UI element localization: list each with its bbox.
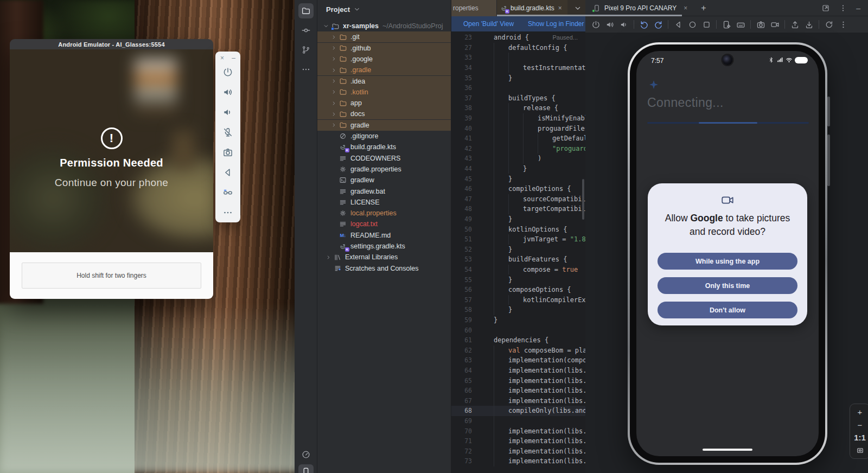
code-line-49[interactable]: 49} [451,214,585,225]
device-rotate-left-button[interactable] [637,20,651,29]
tree-row--git[interactable]: .git [317,31,451,42]
emulator-power-button[interactable] [222,62,233,82]
device-home-button[interactable] [685,20,699,29]
tree-row-gradlew[interactable]: gradlew [317,175,451,186]
emulator-title-bar[interactable]: Android Emulator - AI_Glasses:5554 [10,39,213,49]
device-volume-down-button[interactable] [617,20,631,29]
tree-row--gitignore[interactable]: .gitignore [317,131,451,142]
project-panel-header[interactable]: Project [317,0,451,18]
code-line-64[interactable]: 64implementation(libs.andro [451,366,585,376]
chevron-right-icon[interactable] [329,78,338,84]
tree-row-gradle[interactable]: gradle [317,120,451,131]
code-line-61[interactable]: 61dependencies { [451,335,585,346]
tool-strip-speedometer-button[interactable] [298,447,314,462]
code-line-53[interactable]: 53buildFeatures { [451,254,585,265]
code-line-46[interactable]: 46compileOptions { [451,184,585,194]
open-build-view-link[interactable]: Open 'Build' View [463,20,514,28]
device-kebab-button[interactable] [836,20,850,29]
emulator-more-h-button[interactable] [222,202,233,222]
tree-row-readme-md[interactable]: M↓README.md [317,230,451,241]
tree-row-scratches-and-consoles[interactable]: Scratches and Consoles [317,263,451,274]
chevron-down-icon[interactable] [322,23,330,29]
close-icon[interactable]: × [558,4,562,12]
code-area[interactable]: 23android {Paused...27defaultConfig {333… [451,33,585,473]
chevron-right-icon[interactable] [329,56,338,62]
minimize-icon[interactable]: – [232,54,235,62]
code-line-51[interactable]: 51jvmTarget = "1.8" [451,234,585,245]
device-upload-button[interactable] [788,20,802,29]
device-keyboard-button[interactable] [733,20,748,29]
tool-strip-project-button[interactable] [298,3,314,18]
emulator-camera-button[interactable] [222,142,233,162]
chevron-right-icon[interactable] [329,122,338,128]
device-phone-gear-button[interactable] [719,20,733,29]
code-line-38[interactable]: 38release { [451,103,585,113]
tree-row--idea[interactable]: .idea [317,76,451,87]
code-line-36[interactable]: 36 [451,83,585,93]
code-line-59[interactable]: 59} [451,315,585,325]
chevron-right-icon[interactable] [329,34,338,40]
code-line-70[interactable]: 70implementation(libs.mater [451,426,585,436]
chevron-right-icon[interactable] [329,89,338,95]
code-line-23[interactable]: 23android {Paused... [451,33,585,43]
tool-strip-more-h-button[interactable] [298,62,314,77]
emulator-glasses-button[interactable] [222,182,233,202]
tree-row--kotlin[interactable]: .kotlin [317,87,451,98]
add-device-tab-icon[interactable]: + [701,3,706,13]
editor-tab-properties[interactable]: roperties [451,0,497,16]
chevron-right-icon[interactable] [329,100,338,106]
tool-strip-commit-button[interactable] [298,23,314,38]
code-line-34[interactable]: 34testInstrumentationRunner [451,63,585,73]
chevron-right-icon[interactable] [329,45,338,51]
open-in-new-window-icon[interactable] [821,4,830,12]
code-line-66[interactable]: 66implementation(libs.andro [451,386,585,396]
tree-row-build-gradle-kts[interactable]: Kbuild.gradle.kts [317,142,451,152]
tree-row-docs[interactable]: docs [317,108,451,119]
code-line-62[interactable]: 62val composeBom = platform [451,346,585,356]
code-line-57[interactable]: 57kotlinCompilerExtension [451,295,585,305]
zoom-in-button[interactable]: + [858,408,863,416]
code-line-27[interactable]: 27defaultConfig { [451,43,585,53]
device-power-button[interactable] [589,20,603,29]
editor-tab-build-gradle[interactable]: K build.gradle.kts × [497,0,567,16]
close-icon[interactable]: × [220,54,224,62]
tree-row--github[interactable]: .github [317,43,451,54]
emulator-volume-up-button[interactable] [222,82,233,102]
chevron-right-icon[interactable] [329,67,338,73]
code-line-42[interactable]: 42"proguard-rules.pro" [451,144,585,154]
device-tab[interactable]: Pixel 9 Pro API CANARY × + [585,3,706,13]
code-line-60[interactable]: 60 [451,325,585,335]
device-download-button[interactable] [802,20,816,29]
tree-row-logcat-txt[interactable]: logcat.txt [317,219,451,229]
editor-scrollbar[interactable] [582,179,584,220]
code-line-45[interactable]: 45} [451,174,585,184]
phone-screen[interactable]: 7:57 Connecting... [636,51,819,456]
tree-row-local-properties[interactable]: local.properties [317,208,451,219]
code-line-55[interactable]: 55} [451,274,585,285]
emulator-back-button[interactable] [222,162,233,182]
tree-row--gradle[interactable]: .gradle [317,65,451,75]
code-line-40[interactable]: 40proguardFiles( [451,123,585,133]
close-icon[interactable]: × [684,4,687,12]
tree-row-gradlew-bat[interactable]: gradlew.bat [317,186,451,197]
emulator-screen[interactable]: ! Permission Needed Continue on your pho… [10,49,213,252]
code-line-73[interactable]: 73implementation(libs.andro [451,456,585,466]
code-line-47[interactable]: 47sourceCompatibility [451,194,585,204]
zoom-out-button[interactable]: − [858,421,863,429]
device-overview-button[interactable] [699,20,713,29]
code-line-68[interactable]: 68compileOnly(libs.androidx [451,406,585,416]
kebab-menu-icon[interactable] [839,4,847,12]
device-camera-button[interactable] [754,20,768,29]
tool-strip-branch-button[interactable] [298,42,314,57]
code-line-37[interactable]: 37buildTypes { [451,93,585,104]
home-indicator[interactable] [703,449,752,451]
code-line-48[interactable]: 48targetCompatibility [451,204,585,214]
code-line-35[interactable]: 35} [451,73,585,83]
code-line-33[interactable]: 33 [451,53,585,63]
while-using-app-button[interactable]: While using the app [658,253,797,270]
tree-row-codeowners[interactable]: CODEOWNERS [317,153,451,164]
code-line-54[interactable]: 54compose = true [451,265,585,275]
code-line-63[interactable]: 63implementation(composeBom [451,355,585,366]
actual-size-button[interactable]: 1:1 [854,433,866,442]
code-line-67[interactable]: 67implementation(libs.kotli [451,396,585,406]
